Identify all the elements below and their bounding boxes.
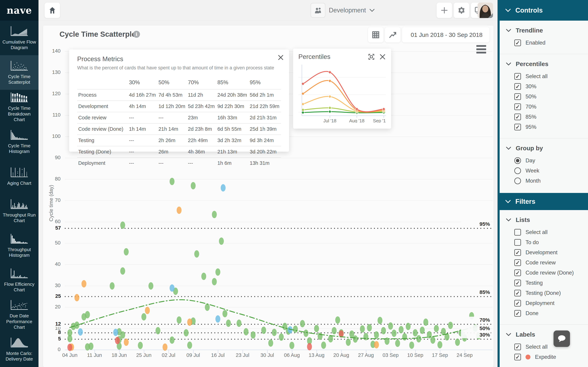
controls-header[interactable]: Controls [498, 0, 588, 21]
data-point-green[interactable] [346, 339, 351, 346]
data-point-green[interactable] [201, 273, 206, 280]
data-point-green[interactable] [148, 282, 153, 290]
data-point-green[interactable] [272, 329, 277, 336]
data-point-green[interactable] [177, 316, 182, 324]
data-point-green[interactable] [303, 330, 308, 337]
close-icon[interactable] [277, 54, 284, 61]
data-point-green[interactable] [279, 334, 284, 341]
radio-week[interactable]: Week [498, 166, 588, 176]
add-button[interactable] [437, 3, 452, 18]
section-title-labels[interactable]: Labels [498, 331, 588, 338]
data-point-green[interactable] [434, 325, 439, 332]
data-point-green[interactable] [360, 325, 365, 333]
data-point-green[interactable] [293, 325, 298, 333]
checkbox-testing-done[interactable]: ✓Testing (Done) [498, 288, 588, 298]
checkbox-deployment[interactable]: ✓Deployment [498, 298, 588, 308]
data-point-red[interactable] [67, 344, 72, 351]
data-point-green[interactable] [409, 342, 414, 349]
data-point-green[interactable] [289, 342, 294, 349]
data-point-green[interactable] [332, 327, 337, 334]
date-range-picker[interactable]: 01 Jun 2018 - 30 Sep 2018 [402, 27, 490, 42]
sidebar-item-flow-efficiency-chart[interactable]: Flow Efficiency Chart [0, 263, 38, 297]
data-point-green[interactable] [226, 320, 231, 327]
data-point-green[interactable] [381, 327, 386, 334]
data-point-green[interactable] [85, 311, 90, 318]
data-point-green[interactable] [237, 320, 242, 327]
checkbox-to-do[interactable]: To do [498, 237, 588, 248]
data-point-green[interactable] [392, 330, 397, 337]
data-point-green[interactable] [335, 316, 340, 324]
info-icon[interactable]: i [133, 31, 140, 38]
data-point-green[interactable] [399, 326, 404, 333]
settings-button[interactable] [454, 3, 469, 18]
checkbox-testing[interactable]: ✓Testing [498, 278, 588, 288]
sidebar-item-cycle-time-breakdown-chart[interactable]: Cycle Time Breakdown Chart [0, 90, 38, 125]
data-point-green[interactable] [402, 333, 407, 341]
data-point-green[interactable] [120, 221, 125, 229]
user-avatar[interactable] [478, 3, 493, 18]
data-point-green[interactable] [438, 341, 442, 349]
data-point-green[interactable] [184, 329, 189, 336]
board-selector[interactable]: Development [311, 3, 375, 18]
data-point-green[interactable] [395, 340, 400, 347]
sidebar-item-cycle-time-histogram[interactable]: Cycle Time Histogram [0, 125, 38, 159]
data-point-green[interactable] [120, 331, 125, 339]
data-point-green[interactable] [191, 182, 196, 189]
data-point-green[interactable] [244, 328, 249, 335]
data-point-orange[interactable] [82, 280, 86, 287]
data-point-green[interactable] [374, 331, 379, 339]
data-point-green[interactable] [88, 342, 94, 350]
home-button[interactable] [45, 3, 60, 18]
data-point-green[interactable] [251, 331, 256, 339]
data-point-green[interactable] [187, 342, 192, 349]
data-point-green[interactable] [321, 342, 326, 349]
data-point-green[interactable] [413, 329, 418, 336]
data-point-red[interactable] [307, 343, 312, 350]
checkbox-select-all[interactable]: ✓Select all [498, 71, 588, 82]
checkbox-enabled[interactable]: ✓Enabled [498, 38, 588, 48]
data-point-green[interactable] [423, 318, 428, 326]
data-point-green[interactable] [222, 310, 227, 317]
data-point-green[interactable] [388, 322, 393, 330]
data-point-orange[interactable] [177, 207, 182, 214]
data-point-green[interactable] [318, 333, 322, 340]
data-point-green[interactable] [378, 317, 382, 324]
data-point-green[interactable] [194, 250, 199, 258]
data-point-green[interactable] [268, 339, 273, 347]
data-point-green[interactable] [300, 320, 305, 327]
data-point-green[interactable] [416, 335, 421, 342]
data-point-green[interactable] [67, 335, 72, 342]
data-point-green[interactable] [120, 267, 125, 275]
data-point-green[interactable] [314, 325, 319, 332]
section-title-lists[interactable]: Lists [498, 216, 588, 223]
data-point-green[interactable] [124, 248, 129, 256]
sidebar-item-due-date-performance-chart[interactable]: Due Date Performance Chart [0, 297, 38, 332]
data-point-green[interactable] [216, 268, 220, 276]
data-point-green[interactable] [205, 304, 210, 311]
checkbox-done[interactable]: ✓Done [498, 308, 588, 318]
data-point-red[interactable] [115, 337, 120, 344]
table-view-button[interactable] [368, 27, 383, 42]
data-point-orange[interactable] [124, 339, 129, 346]
focus-icon[interactable] [368, 53, 375, 60]
radio-day[interactable]: Day [498, 156, 588, 166]
checkbox-70%[interactable]: ✓70% [498, 102, 588, 112]
trend-view-button[interactable] [385, 27, 400, 42]
checkbox-select-all[interactable]: ✓Select all [498, 342, 588, 352]
data-point-blue[interactable] [170, 284, 174, 292]
data-point-green[interactable] [138, 342, 143, 349]
data-point-blue[interactable] [113, 329, 118, 336]
filters-header[interactable]: Filters [498, 193, 588, 210]
sidebar-item-throughput-histogram[interactable]: Throughput Histogram [0, 228, 38, 263]
section-title-percentiles[interactable]: Percentiles [498, 60, 588, 67]
data-point-green[interactable] [367, 324, 372, 331]
data-point-green[interactable] [261, 327, 266, 334]
data-point-green[interactable] [406, 323, 411, 330]
data-point-green[interactable] [156, 327, 160, 334]
data-point-orange[interactable] [145, 307, 150, 314]
data-point-green[interactable] [212, 278, 217, 285]
checkbox-50%[interactable]: ✓50% [498, 92, 588, 102]
sidebar-item-cumulative-flow-diagram[interactable]: Cumulative Flow Diagram [0, 21, 38, 55]
checkbox-expedite[interactable]: ✓Expedite [498, 352, 588, 362]
chat-button[interactable] [553, 331, 570, 347]
